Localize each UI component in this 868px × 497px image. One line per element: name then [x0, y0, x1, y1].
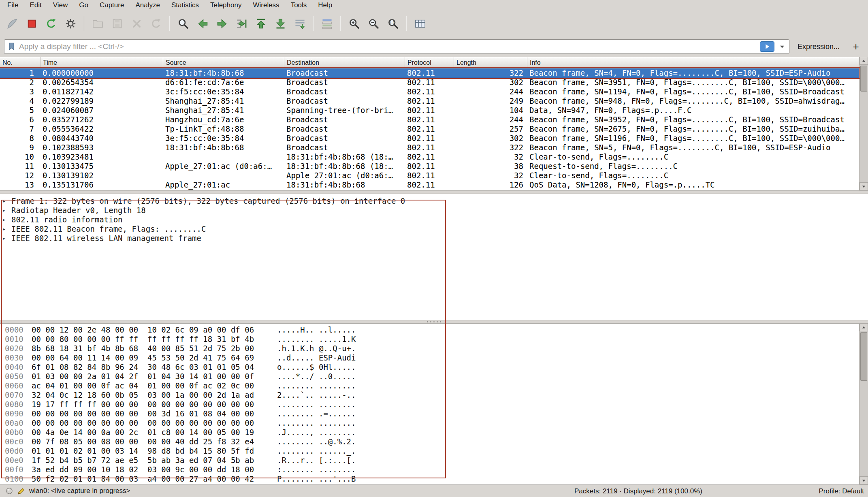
packet-row[interactable]: 40.022799189Shanghai_27:85:41Broadcast80…	[0, 96, 859, 106]
hex-row[interactable]: 007032 04 0c 12 18 60 0b 05 03 00 1a 00 …	[0, 390, 859, 400]
display-filter-input[interactable]	[19, 42, 757, 51]
packet-row[interactable]: 30.0118271423c:f5:cc:0e:35:84Broadcast80…	[0, 87, 859, 96]
go-back-icon[interactable]	[194, 15, 211, 32]
add-filter-button[interactable]: +	[848, 41, 864, 53]
zoom-in-icon[interactable]	[345, 15, 363, 32]
menu-item-view[interactable]: View	[47, 0, 74, 11]
scrollbar-thumb[interactable]	[860, 66, 867, 92]
menu-item-help[interactable]: Help	[312, 0, 338, 11]
column-header-length[interactable]: Length	[454, 57, 527, 68]
resize-columns-icon[interactable]	[411, 15, 429, 32]
menu-item-go[interactable]: Go	[73, 0, 94, 11]
packet-list-pane: No.TimeSourceDestinationProtocolLengthIn…	[0, 57, 859, 190]
edit-capture-comment-icon[interactable]	[17, 486, 26, 495]
hex-row[interactable]: 00a000 00 00 00 00 00 00 00 00 00 00 00 …	[0, 418, 859, 428]
menu-item-statistics[interactable]: Statistics	[166, 0, 205, 11]
find-packet-icon[interactable]	[174, 15, 192, 32]
packet-list-scrollbar[interactable]	[859, 57, 868, 190]
pane-splitter[interactable]	[0, 320, 868, 323]
menu-item-edit[interactable]: Edit	[24, 0, 47, 11]
packet-row[interactable]: 130.135131706Apple_27:01:ac18:31:bf:4b:8…	[0, 180, 859, 190]
apply-filter-icon[interactable]	[760, 41, 774, 52]
column-header-no[interactable]: No.	[0, 57, 41, 68]
scroll-up-icon[interactable]	[859, 57, 868, 65]
zoom-out-icon[interactable]	[365, 15, 382, 32]
menu-item-telephony[interactable]: Telephony	[205, 0, 247, 11]
menu-item-file[interactable]: File	[2, 0, 24, 11]
column-header-info[interactable]: Info	[527, 57, 859, 68]
display-filter-field[interactable]	[4, 39, 789, 54]
packet-detail-row[interactable]: ▸802.11 radio information	[0, 215, 868, 224]
cell-time: 0.102388593	[41, 143, 163, 152]
go-last-packet-icon[interactable]	[271, 15, 289, 32]
hex-row[interactable]: 00d001 01 01 02 01 00 03 14 98 d8 bd b4 …	[0, 446, 859, 456]
hex-row[interactable]: 008019 17 ff ff ff 00 00 00 00 00 00 00 …	[0, 400, 859, 409]
expander-icon[interactable]: ▸	[2, 235, 11, 241]
packet-detail-row[interactable]: ▸Frame 1: 322 bytes on wire (2576 bits),…	[0, 196, 868, 205]
expander-icon[interactable]: ▸	[2, 216, 11, 223]
packet-detail-row[interactable]: ▸IEEE 802.11 wireless LAN management fra…	[0, 233, 868, 243]
hex-row[interactable]: 00b000 4a 0e 14 00 0a 00 2c 01 c8 00 14 …	[0, 428, 859, 437]
expander-icon[interactable]: ▸	[2, 226, 11, 232]
scroll-down-icon[interactable]	[859, 182, 868, 190]
packet-row[interactable]: 110.130133475Apple_27:01:ac (d0:a6:…18:3…	[0, 162, 859, 171]
expander-icon[interactable]: ▸	[2, 198, 11, 204]
packet-bytes-scrollbar[interactable]	[859, 323, 868, 484]
scrollbar-thumb[interactable]	[860, 332, 867, 381]
colorize-packets-icon[interactable]	[318, 15, 336, 32]
packet-row[interactable]: 10.00000000018:31:bf:4b:8b:68Broadcast80…	[0, 68, 859, 78]
packet-row[interactable]: 70.055536422Tp-LinkT_ef:48:88Broadcast80…	[0, 124, 859, 134]
hex-row[interactable]: 003000 00 64 00 11 14 00 09 45 53 50 2d …	[0, 353, 859, 363]
packet-row[interactable]: 50.024060087Shanghai_27:85:41Spanning-tr…	[0, 106, 859, 115]
packet-detail-row[interactable]: ▸IEEE 802.11 Beacon frame, Flags: ......…	[0, 224, 868, 233]
cell-destination: Broadcast	[284, 124, 405, 134]
hex-row[interactable]: 00c000 7f 08 05 00 08 00 00 00 00 40 dd …	[0, 437, 859, 446]
hex-row[interactable]: 0060ac 04 01 00 00 0f ac 04 01 00 00 0f …	[0, 381, 859, 390]
hex-row[interactable]: 010050 f2 02 01 01 84 00 03 a4 00 00 27 …	[0, 474, 859, 484]
stop-capture-icon[interactable]	[23, 15, 41, 32]
go-forward-icon[interactable]	[213, 15, 231, 32]
menu-item-tools[interactable]: Tools	[285, 0, 313, 11]
hex-row[interactable]: 005001 03 00 00 2a 01 04 2f 01 04 30 14 …	[0, 372, 859, 381]
pane-splitter[interactable]	[0, 190, 868, 194]
auto-scroll-icon[interactable]	[291, 15, 309, 32]
menu-item-capture[interactable]: Capture	[94, 0, 130, 11]
scroll-down-icon[interactable]	[859, 476, 868, 484]
packet-row[interactable]: 80.0804437403e:f5:cc:0e:35:84Broadcast80…	[0, 134, 859, 143]
packet-details-tree: ▸Frame 1: 322 bytes on wire (2576 bits),…	[0, 194, 868, 243]
expression-button[interactable]: Expression...	[793, 43, 844, 51]
column-header-destination[interactable]: Destination	[284, 57, 405, 68]
profile-status[interactable]: Profile: Default	[819, 485, 864, 497]
hex-row[interactable]: 009000 00 00 00 00 00 00 00 00 3d 16 01 …	[0, 409, 859, 418]
hex-row[interactable]: 001000 00 80 00 00 00 ff ff ff ff ff ff …	[0, 335, 859, 344]
go-to-packet-icon[interactable]	[232, 15, 250, 32]
hex-row[interactable]: 00f03a ed dd 09 00 10 18 02 03 00 9c 00 …	[0, 465, 859, 474]
packet-row[interactable]: 20.002654354d6:61:fe:cd:7a:6eBroadcast80…	[0, 78, 859, 87]
packet-detail-row[interactable]: ▸Radiotap Header v0, Length 18	[0, 205, 868, 215]
hex-row[interactable]: 00208b 68 18 31 bf 4b 8b 68 40 00 85 51 …	[0, 344, 859, 353]
hex-row[interactable]: 000000 00 12 00 2e 48 00 00 10 02 6c 09 …	[0, 325, 859, 335]
zoom-original-icon[interactable]: 1:1	[384, 15, 402, 32]
filter-dropdown-icon[interactable]	[777, 41, 787, 53]
packet-row[interactable]: 100.10392348118:31:bf:4b:8b:68 (18:…802.…	[0, 152, 859, 162]
capture-status-icon[interactable]	[5, 486, 14, 495]
column-header-source[interactable]: Source	[163, 57, 284, 68]
cell-source: d6:61:fe:cd:7a:6e	[163, 78, 284, 87]
capture-options-icon[interactable]	[62, 15, 79, 32]
packet-row[interactable]: 120.130139102Apple_27:01:ac (d0:a6:…802.…	[0, 171, 859, 180]
hex-row[interactable]: 00e01f 52 b4 b5 b7 72 ae e5 5b ab 3a ed …	[0, 456, 859, 465]
column-header-protocol[interactable]: Protocol	[405, 57, 454, 68]
hex-row[interactable]: 00406f 01 08 82 84 8b 96 24 30 48 6c 03 …	[0, 363, 859, 372]
packet-row[interactable]: 90.10238859318:31:bf:4b:8b:68Broadcast80…	[0, 143, 859, 152]
filter-bookmark-icon[interactable]	[7, 42, 17, 51]
column-header-time[interactable]: Time	[41, 57, 163, 68]
go-first-packet-icon[interactable]	[252, 15, 270, 32]
packet-row[interactable]: 60.035271262Hangzhou_cd:7a:6eBroadcast80…	[0, 115, 859, 124]
scroll-up-icon[interactable]	[859, 323, 868, 331]
menu-item-wireless[interactable]: Wireless	[247, 0, 285, 11]
menu-item-analyze[interactable]: Analyze	[130, 0, 165, 11]
cell-destination: Broadcast	[284, 96, 405, 106]
cell-source: 18:31:bf:4b:8b:68	[163, 143, 284, 152]
restart-capture-icon[interactable]	[42, 15, 60, 32]
expander-icon[interactable]: ▸	[2, 207, 11, 213]
